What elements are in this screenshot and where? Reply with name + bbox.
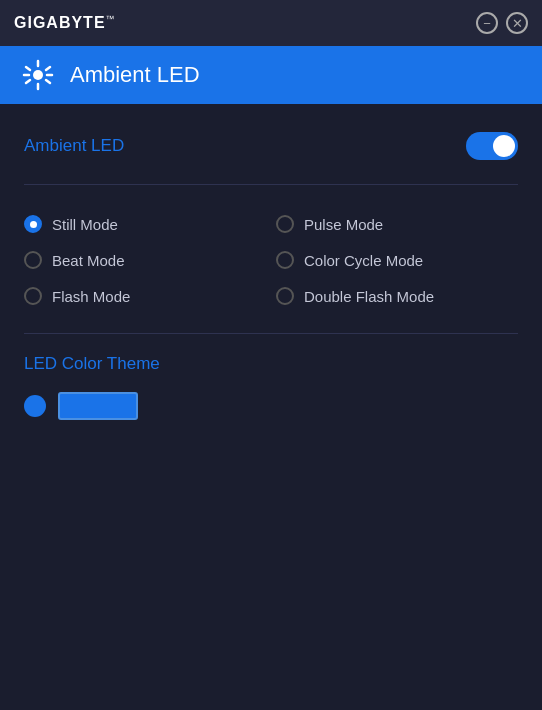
header-title: Ambient LED <box>70 62 200 88</box>
modes-section: Still Mode Pulse Mode Beat Mode Color Cy… <box>24 205 518 325</box>
radio-double-flash[interactable] <box>276 287 294 305</box>
modes-grid: Still Mode Pulse Mode Beat Mode Color Cy… <box>24 215 518 305</box>
mode-label-color-cycle: Color Cycle Mode <box>304 252 423 269</box>
mode-label-flash: Flash Mode <box>52 288 130 305</box>
close-button[interactable]: ✕ <box>506 12 528 34</box>
minimize-button[interactable]: − <box>476 12 498 34</box>
main-content: Ambient LED Still Mode Pulse Mode Beat M… <box>0 104 542 430</box>
mode-label-still: Still Mode <box>52 216 118 233</box>
ambient-led-icon <box>20 57 56 93</box>
header-bar: Ambient LED <box>0 46 542 104</box>
ambient-led-toggle[interactable] <box>466 132 518 160</box>
svg-point-3 <box>33 70 43 80</box>
header-svg-icon <box>20 57 56 93</box>
mode-option-beat[interactable]: Beat Mode <box>24 251 266 269</box>
mode-label-beat: Beat Mode <box>52 252 125 269</box>
ambient-led-label: Ambient LED <box>24 136 124 156</box>
radio-pulse[interactable] <box>276 215 294 233</box>
mode-label-double-flash: Double Flash Mode <box>304 288 434 305</box>
svg-line-1 <box>26 67 30 70</box>
radio-flash[interactable] <box>24 287 42 305</box>
color-dot <box>24 395 46 417</box>
mode-option-flash[interactable]: Flash Mode <box>24 287 266 305</box>
svg-line-5 <box>46 67 50 70</box>
title-bar: GIGABYTE™ − ✕ <box>0 0 542 46</box>
mode-option-double-flash[interactable]: Double Flash Mode <box>276 287 518 305</box>
radio-beat[interactable] <box>24 251 42 269</box>
divider-1 <box>24 184 518 185</box>
mode-option-still[interactable]: Still Mode <box>24 215 266 233</box>
mode-option-color-cycle[interactable]: Color Cycle Mode <box>276 251 518 269</box>
toggle-thumb <box>493 135 515 157</box>
app-logo: GIGABYTE™ <box>14 14 116 32</box>
svg-line-6 <box>46 80 50 83</box>
ambient-led-toggle-row: Ambient LED <box>24 104 518 184</box>
mode-label-pulse: Pulse Mode <box>304 216 383 233</box>
mode-option-pulse[interactable]: Pulse Mode <box>276 215 518 233</box>
color-swatch[interactable] <box>58 392 138 420</box>
color-theme-section: LED Color Theme <box>24 334 518 430</box>
svg-line-2 <box>26 80 30 83</box>
radio-still[interactable] <box>24 215 42 233</box>
color-theme-title: LED Color Theme <box>24 354 518 374</box>
window-controls: − ✕ <box>476 12 528 34</box>
color-picker-row <box>24 392 518 420</box>
radio-color-cycle[interactable] <box>276 251 294 269</box>
